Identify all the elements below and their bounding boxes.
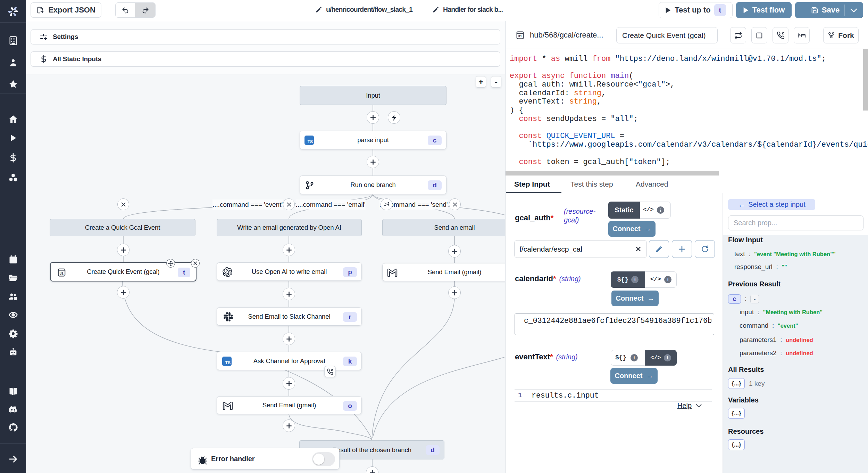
svg-text:31: 31 bbox=[518, 34, 522, 38]
